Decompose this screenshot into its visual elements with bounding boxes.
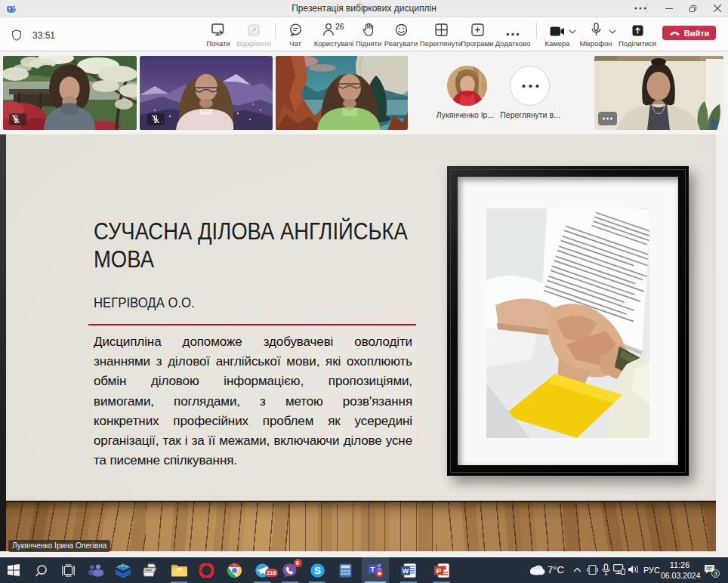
svg-text:S: S: [313, 565, 320, 576]
svg-text:26: 26: [335, 23, 344, 31]
svg-text:W: W: [403, 566, 409, 574]
svg-text:T: T: [370, 565, 375, 573]
svg-text:P: P: [436, 566, 441, 574]
